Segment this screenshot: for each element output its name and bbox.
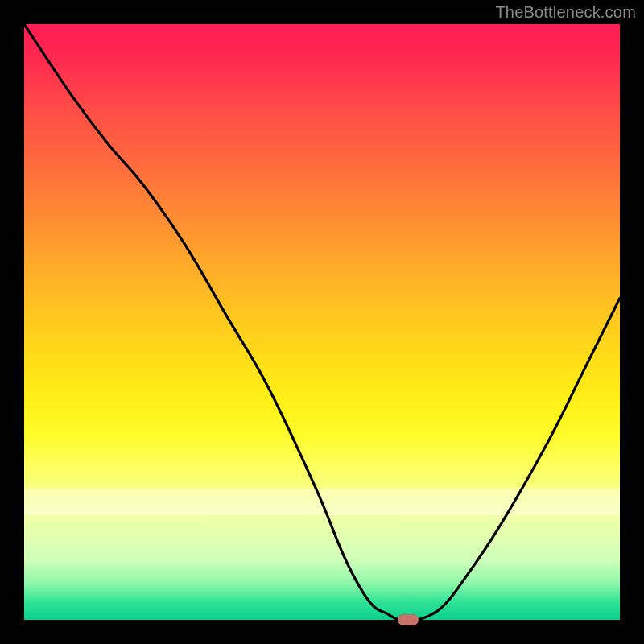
optimum-marker: [398, 614, 419, 625]
bottleneck-curve: [24, 24, 620, 620]
chart-frame: TheBottleneck.com: [0, 0, 644, 644]
curve-layer: [24, 24, 620, 620]
plot-area: [24, 24, 620, 620]
watermark-text: TheBottleneck.com: [495, 3, 636, 22]
